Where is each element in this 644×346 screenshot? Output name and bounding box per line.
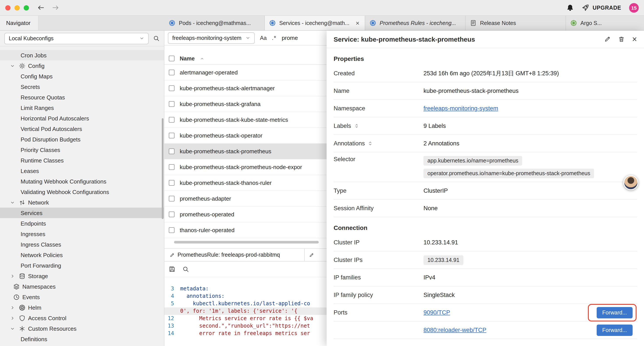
sidebar-item-priority-classes[interactable]: Priority Classes	[0, 145, 164, 155]
table-row-thanos-ruler-operated[interactable]: thanos-ruler-operated	[164, 223, 326, 238]
forward-icon[interactable]	[52, 4, 59, 11]
sidebar-item-config-maps[interactable]: Config Maps	[0, 71, 164, 81]
editor-search-icon[interactable]	[182, 266, 189, 272]
row-checkbox[interactable]	[169, 117, 174, 123]
row-checkbox[interactable]	[169, 133, 174, 138]
pencil-icon	[170, 253, 174, 257]
zoom-window-button[interactable]	[24, 5, 29, 10]
regex-toggle[interactable]: .*	[272, 35, 277, 41]
port-cell: 8080:reloader-web/TCPForward...	[424, 324, 637, 336]
row-checkbox[interactable]	[169, 101, 174, 107]
row-checkbox[interactable]	[169, 85, 174, 91]
table-row-prometheus-adapter[interactable]: prometheus-adapter	[164, 191, 326, 207]
sidebar-item-port-forwarding[interactable]: Port Forwarding	[0, 260, 164, 271]
close-window-button[interactable]	[5, 5, 10, 10]
expand-icon[interactable]	[368, 141, 373, 146]
row-checkbox[interactable]	[169, 196, 174, 201]
namespace-link[interactable]: freeleaps-monitoring-system	[424, 105, 498, 112]
table-row-kube-prometheus-stack-prometheus-node-expor[interactable]: kube-prometheus-stack-prometheus-node-ex…	[164, 159, 326, 175]
notifications-bell-icon[interactable]	[566, 4, 574, 11]
table-row-kube-prometheus-stack-operator[interactable]: kube-prometheus-stack-operator	[164, 128, 326, 144]
tab-argo-s[interactable]: Argo S...	[566, 16, 644, 30]
horizontal-scrollbar[interactable]	[164, 240, 326, 244]
table-row-alertmanager-operated[interactable]: alertmanager-operated	[164, 65, 326, 81]
row-checkbox[interactable]	[169, 164, 174, 170]
sidebar-item-network[interactable]: Network	[0, 197, 164, 208]
table-row-kube-prometheus-stack-grafana[interactable]: kube-prometheus-stack-grafana	[164, 96, 326, 112]
sidebar-item-vertical-pod-autoscalers[interactable]: Vertical Pod Autoscalers	[0, 123, 164, 134]
row-checkbox[interactable]	[169, 227, 174, 233]
sidebar-item-config[interactable]: Config	[0, 60, 164, 71]
sidebar-item-validating-webhook-configurations[interactable]: Validating Webhook Configurations	[0, 187, 164, 197]
sidebar-item-label: Services	[20, 210, 42, 216]
minimize-window-button[interactable]	[14, 5, 20, 10]
row-checkbox[interactable]	[169, 180, 174, 186]
port-link[interactable]: 9090/TCP	[424, 309, 450, 316]
notification-count-badge[interactable]: 15	[629, 3, 639, 12]
forward-button[interactable]: Forward...	[596, 307, 632, 318]
row-checkbox[interactable]	[169, 70, 174, 75]
sidebar-item-limit-ranges[interactable]: Limit Ranges	[0, 102, 164, 113]
settings-icon	[18, 62, 26, 69]
delete-icon[interactable]	[618, 36, 625, 42]
name-column-header[interactable]: Name	[180, 55, 195, 61]
sidebar-item-label: Ingress Classes	[20, 241, 61, 248]
table-row-prometheus-operated[interactable]: prometheus-operated	[164, 207, 326, 223]
table-row-kube-prometheus-stack-thanos-ruler[interactable]: kube-prometheus-stack-thanos-ruler	[164, 175, 326, 191]
sidebar-item-resource-quotas[interactable]: Resource Quotas	[0, 92, 164, 102]
tab-prometheus-rules-icecheng[interactable]: Prometheus Rules - icecheng...	[365, 16, 466, 30]
sidebar-item-custom-resources[interactable]: Custom Resources	[0, 323, 164, 334]
row-checkbox[interactable]	[169, 212, 174, 217]
search-input[interactable]: prome	[282, 34, 298, 41]
sidebar-item-storage[interactable]: Storage	[0, 271, 164, 281]
sidebar-item-events[interactable]: Events	[0, 292, 164, 302]
sidebar-item-cron-jobs[interactable]: Cron Jobs	[0, 50, 164, 60]
select-all-checkbox[interactable]	[169, 56, 174, 61]
sidebar-item-mutating-webhook-configurations[interactable]: Mutating Webhook Configurations	[0, 176, 164, 187]
sidebar-item-definitions[interactable]: Definitions	[0, 334, 164, 344]
sidebar-item-ingress-classes[interactable]: Ingress Classes	[0, 239, 164, 250]
tab-services-icecheng-math[interactable]: Services - icecheng@math...×	[265, 16, 365, 30]
tab-release-notes[interactable]: Release Notes	[466, 16, 566, 30]
horizontal-scrollbar-thumb[interactable]	[174, 241, 319, 244]
sidebar-item-network-policies[interactable]: Network Policies	[0, 250, 164, 260]
search-icon[interactable]	[153, 35, 160, 42]
tab-close-icon[interactable]: ×	[355, 19, 360, 27]
table-row-kube-prometheus-stack-prometheus[interactable]: kube-prometheus-stack-prometheus	[164, 144, 326, 159]
sidebar-item-endpoints[interactable]: Endpoints	[0, 218, 164, 229]
yaml-editor[interactable]: 3metadata:4 annotations:5 kubectl.kubern…	[164, 277, 326, 346]
back-icon[interactable]	[37, 4, 45, 11]
table-row-kube-prometheus-stack-kube-state-metrics[interactable]: kube-prometheus-stack-kube-state-metrics	[164, 112, 326, 128]
match-case-toggle[interactable]: Aa	[260, 35, 267, 41]
sidebar-item-services[interactable]: Services	[0, 208, 164, 218]
namespace-select[interactable]: freeleaps-monitoring-system	[168, 32, 255, 43]
sidebar-item-horizontal-pod-autoscalers[interactable]: Horizontal Pod Autoscalers	[0, 113, 164, 123]
kubernetes-icon	[169, 20, 175, 26]
sidebar-item-leases[interactable]: Leases	[0, 166, 164, 176]
editor-tab-stub[interactable]	[305, 249, 326, 261]
forward-button[interactable]: Forward...	[596, 324, 632, 336]
sidebar-item-secrets[interactable]: Secrets	[0, 81, 164, 92]
port-link[interactable]: 8080:reloader-web/TCP	[424, 327, 486, 333]
sidebar-item-namespaces[interactable]: Namespaces	[0, 281, 164, 292]
code-text: error rate in freeleaps metrics ser	[180, 330, 310, 337]
upgrade-button[interactable]: UPGRADE	[582, 4, 621, 11]
close-drawer-icon[interactable]: ×	[632, 35, 637, 43]
sidebar-item-pod-disruption-budgets[interactable]: Pod Disruption Budgets	[0, 134, 164, 145]
table-row-kube-prometheus-stack-alertmanager[interactable]: kube-prometheus-stack-alertmanager	[164, 81, 326, 96]
save-icon[interactable]	[169, 266, 175, 272]
editor-tab-prometheusrule[interactable]: PrometheusRule: freeleaps-prod-rabbitmq	[164, 249, 305, 261]
main-area: Local Kubeconfigs Cron JobsConfigConfig …	[0, 31, 644, 346]
sidebar-scrollbar[interactable]	[162, 118, 164, 219]
floating-avatar[interactable]	[624, 175, 638, 190]
kubeconfig-select[interactable]: Local Kubeconfigs	[4, 33, 148, 44]
row-checkbox[interactable]	[169, 148, 174, 154]
sidebar-item-ingresses[interactable]: Ingresses	[0, 229, 164, 239]
sort-ascending-icon[interactable]	[200, 56, 204, 61]
sidebar-item-helm[interactable]: Helm	[0, 302, 164, 313]
expand-icon[interactable]	[354, 123, 359, 128]
edit-icon[interactable]	[604, 36, 611, 42]
sidebar-item-runtime-classes[interactable]: Runtime Classes	[0, 155, 164, 166]
sidebar-item-access-control[interactable]: Access Control	[0, 313, 164, 323]
tab-pods-icecheng-mathmas[interactable]: Pods - icecheng@mathmas...	[164, 16, 265, 30]
